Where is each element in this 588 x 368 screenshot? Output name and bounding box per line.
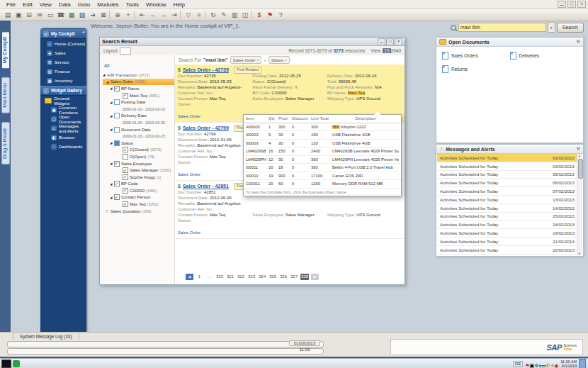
start-app-icon[interactable] (13, 360, 20, 367)
alert-row[interactable]: Activities Scheduled for Today 05/02/201… (437, 171, 577, 179)
next-record-icon[interactable]: → (159, 11, 169, 20)
open-doc-deliveries[interactable]: Deliveries (510, 52, 578, 60)
print-preview-icon[interactable]: ▤ (3, 11, 13, 20)
alert-row[interactable]: Activities Scheduled for Today 18/02/201… (437, 221, 577, 229)
sidebar-collapse-icon[interactable]: ◂ (82, 29, 84, 34)
help-icon[interactable]: ? (276, 11, 285, 20)
find-related-button[interactable]: Find Related (234, 67, 261, 74)
tree-row[interactable]: C(Closed) (3273) (103, 147, 174, 154)
messages-alerts-header[interactable]: ⚠ Messages and Alerts ⚒ (436, 145, 583, 154)
first-record-icon[interactable]: ⇤ (137, 11, 147, 20)
sidebar-item-open-documents[interactable]: ▢ Open Documents (40, 114, 86, 123)
separator[interactable] (134, 11, 137, 19)
page-button[interactable]: 1 (196, 274, 203, 280)
page-button[interactable]: 322 (237, 274, 245, 280)
layout-toggle[interactable] (120, 48, 131, 55)
split-view-icon[interactable]: ◫ (240, 11, 250, 20)
popup-item-row[interactable]: I00010 19 900 0 17100 Canon EOS 30D (244, 172, 401, 181)
menu-item[interactable]: Tools (122, 1, 142, 8)
page-button[interactable]: 328 (300, 274, 309, 280)
taskbar-clock[interactable]: 11:00 AM3/1/2013 (560, 359, 577, 368)
filter-chip-status[interactable]: Status × (268, 56, 290, 64)
tree-row[interactable]: Sophie Klogg (1) (103, 174, 174, 181)
menu-item[interactable]: Goto (74, 1, 94, 8)
alert-row[interactable]: Activities Scheduled for Today 07/02/201… (437, 187, 577, 196)
find-icon[interactable]: ⊕ (113, 11, 123, 20)
view-option[interactable]: 20 (391, 48, 396, 53)
tree-checkbox[interactable] (123, 174, 128, 180)
close-icon[interactable]: ✕ (395, 38, 402, 45)
sidebar-item-messages-alerts[interactable]: ⚠ Messages and Alerts (40, 123, 86, 133)
sales-order-type-link[interactable]: Sales Order (178, 230, 200, 235)
tree-row[interactable]: Sales Order (3351) (103, 79, 174, 86)
close-icon[interactable]: ✕ (577, 1, 586, 8)
restore-icon[interactable]: ▢ (386, 38, 394, 45)
filter-icon[interactable]: ▽ (183, 11, 193, 20)
page-button[interactable]: 324 (258, 274, 266, 280)
alert-row[interactable]: Activities Scheduled for Today 06/02/201… (437, 179, 577, 187)
tree-row[interactable]: Contact Person (103, 194, 174, 201)
sales-order-link[interactable]: Sales Order - 42735 (183, 67, 229, 72)
filter-chip-sales-order[interactable]: Sales Order × (230, 56, 262, 64)
tree-row[interactable]: 2006-01-20 - 2013-04-30 (103, 119, 174, 126)
scrollbar-thumb[interactable] (578, 159, 583, 179)
alert-row[interactable]: Activities Scheduled for Today 03/02/201… (437, 162, 577, 171)
tree-checkbox[interactable] (114, 194, 120, 200)
sidebar-item-dashboards[interactable]: ◔ Dashboards (40, 142, 86, 151)
separator[interactable] (109, 11, 112, 19)
sidebar-item-general-widgets[interactable]: General Widgets (40, 96, 86, 105)
wrench-icon[interactable]: ⚒ (576, 146, 580, 152)
side-tab[interactable]: Drag & Relate (1, 122, 10, 165)
separator[interactable] (205, 11, 208, 19)
menu-item[interactable]: Modules (94, 1, 122, 8)
tree-row[interactable]: A/R Transaction (3717) (103, 72, 174, 79)
view-option[interactable]: 40 (396, 48, 401, 53)
tree-row[interactable]: BP Code (103, 181, 174, 188)
open-doc-sales-orders[interactable]: Sales Orders (442, 52, 510, 60)
page-button[interactable]: 325 (268, 274, 277, 280)
separator[interactable] (180, 11, 183, 19)
popup-item-row[interactable]: LM4029SB 16 150 0 2400 LM4029SB Lexmark … (244, 147, 401, 156)
alert-row[interactable]: Activities Scheduled for Today 21/02/201… (437, 238, 577, 246)
all-link[interactable]: All (104, 63, 109, 68)
sidebar-item-home[interactable]: ⌂ Home (Current) (40, 39, 86, 48)
sidebar-item-service[interactable]: ⚒ Service (40, 57, 86, 67)
previous-record-icon[interactable]: ← (148, 11, 158, 20)
alerts-icon[interactable]: ⚑ (265, 11, 275, 20)
menu-item[interactable]: File (3, 1, 19, 8)
tree-row[interactable]: Max Teq (3351) (103, 201, 174, 208)
page-button[interactable]: 323 (247, 274, 256, 280)
sort-icon[interactable]: ≡ (194, 11, 204, 20)
tree-checkbox[interactable] (123, 147, 128, 152)
tray-alert-icon[interactable]: ◆ (555, 363, 558, 368)
sidebar-item-inventory[interactable]: ▦ Inventory (40, 76, 86, 85)
last-record-icon[interactable]: ⇥ (169, 11, 179, 20)
page-button[interactable]: 321 (226, 274, 234, 280)
export-icon[interactable]: ⊟ (24, 11, 34, 20)
sidebar-item-finance[interactable]: ▤ Finance (40, 67, 86, 76)
tree-row[interactable]: Posting Date (103, 99, 174, 106)
tree-row[interactable]: Document Date (103, 126, 174, 133)
alert-row[interactable]: Activities Scheduled for Today 13/02/201… (437, 196, 577, 204)
tree-checkbox[interactable] (114, 86, 120, 91)
chip-close-icon[interactable]: × (285, 58, 287, 62)
open-doc-returns[interactable]: Returns (442, 65, 510, 73)
tree-row[interactable]: Maxi-Teq (3351) (103, 92, 174, 99)
tree-row[interactable]: O(Open) (78) (103, 153, 174, 160)
menu-item[interactable]: View (36, 1, 55, 8)
tree-checkbox[interactable] (123, 154, 128, 160)
export-excel-icon[interactable]: ▦ (67, 11, 77, 20)
menu-item[interactable]: Data (55, 1, 74, 8)
menu-item[interactable]: Edit (19, 1, 36, 8)
terminal-icon[interactable] (1, 359, 11, 368)
search-button[interactable]: Search (557, 23, 584, 33)
tree-row[interactable]: BP Name (103, 85, 174, 92)
open-documents-header[interactable]: Open Documents ⚒ (436, 38, 583, 47)
tree-checkbox[interactable] (114, 181, 120, 186)
popup-item-row[interactable]: LM4029PH 12 30 0 360 LM4029PH Lexmark 40… (244, 156, 401, 165)
print-icon[interactable]: ▣ (13, 11, 23, 20)
popup-item-row[interactable]: I00003 5 30 0 150 USB Flashdrive 4GB (244, 131, 401, 140)
chip-close-icon[interactable]: × (257, 58, 259, 62)
lock-screen-icon[interactable]: ⊠ (98, 11, 108, 20)
sales-order-type-link[interactable]: Sales Order (178, 172, 200, 177)
